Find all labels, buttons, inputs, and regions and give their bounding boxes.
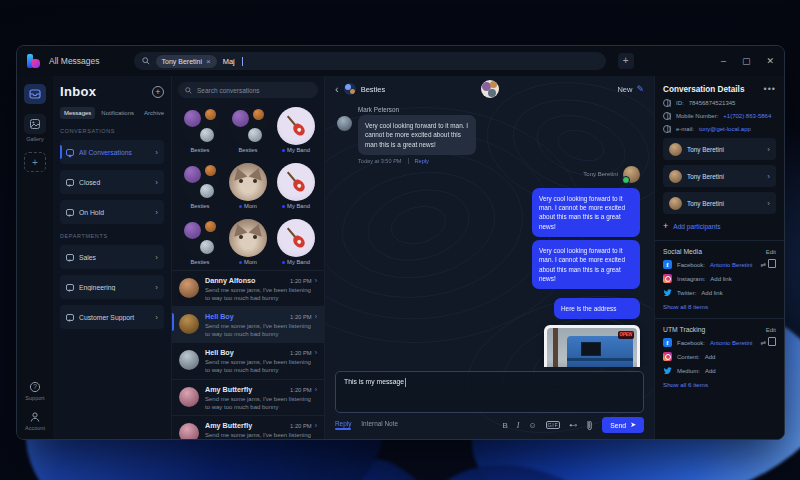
contact-card[interactable]: Tony Beretini ›: [663, 165, 776, 187]
new-message-button[interactable]: New ✎: [617, 84, 644, 94]
rail-support-item[interactable]: ? Support: [22, 381, 48, 401]
bold-icon[interactable]: B: [502, 421, 507, 430]
chevron-right-icon: ›: [155, 253, 158, 262]
utm-edit-button[interactable]: Edit: [766, 327, 776, 333]
message-list-item[interactable]: Amy Butterfly1:20 PM› Send me some jams,…: [172, 379, 324, 415]
chevron-right-icon: ›: [315, 313, 317, 320]
detail-field-id: ID: 78456874521345: [663, 99, 776, 107]
group-tile-besties[interactable]: Besties: [176, 104, 224, 156]
new-conversation-button[interactable]: +: [152, 86, 164, 98]
avatar: [669, 143, 682, 156]
message-list-item[interactable]: Danny Alfonso1:20 PM› Send me some jams,…: [172, 270, 324, 306]
utm-facebook-link[interactable]: Antonio Beretini: [710, 340, 752, 346]
chat-header: ‹ Besties New ✎: [325, 76, 654, 102]
sender-avatar: [337, 116, 352, 131]
help-icon: ?: [29, 381, 41, 393]
swap-icon[interactable]: ⇄: [761, 339, 766, 347]
contact-card[interactable]: Tony Beretini ›: [663, 192, 776, 214]
sidebar-item-closed[interactable]: Closed ›: [60, 170, 164, 194]
tab-messages[interactable]: Messages: [60, 107, 95, 119]
tab-internal-note[interactable]: Internal Note: [361, 420, 398, 430]
sidebar-item-all-conversations[interactable]: All Conversations ›: [60, 140, 164, 164]
instagram-add-link[interactable]: Add link: [710, 276, 731, 282]
app-logo-icon: [27, 54, 41, 68]
group-tile-besties[interactable]: Besties: [176, 216, 224, 268]
group-tile-mom[interactable]: Mom: [224, 160, 272, 212]
cat-avatar: [229, 219, 267, 257]
attachment-icon[interactable]: [586, 420, 593, 431]
copy-icon[interactable]: [770, 261, 776, 268]
titlebar: All Messages Tony Beretini × Maj + – ▢ ✕: [17, 46, 784, 76]
search-filter-chip[interactable]: Tony Beretini ×: [156, 55, 217, 68]
chip-remove-icon[interactable]: ×: [206, 57, 211, 66]
close-button[interactable]: ✕: [766, 57, 774, 66]
global-search-input[interactable]: Tony Beretini × Maj: [134, 52, 606, 70]
chevron-right-icon: ›: [155, 148, 158, 157]
rail-account-item[interactable]: Account: [22, 411, 48, 431]
chat-bubble-icon: [66, 254, 74, 261]
tab-notifications[interactable]: Notifications: [97, 107, 138, 119]
link-icon[interactable]: ⊷: [569, 421, 577, 430]
group-tile-besties[interactable]: Besties: [224, 104, 272, 156]
social-edit-button[interactable]: Edit: [766, 249, 776, 255]
send-button[interactable]: Send ➤: [602, 417, 644, 433]
utm-show-all-link[interactable]: Show all 6 items: [663, 380, 776, 390]
tab-archive[interactable]: Archive: [140, 107, 168, 119]
reply-link[interactable]: Reply: [408, 158, 429, 164]
group-tile-my-band[interactable]: My Band: [272, 104, 320, 156]
group-tile-mom[interactable]: Mom: [224, 216, 272, 268]
utm-medium-add[interactable]: Add: [705, 368, 716, 374]
avatar: [179, 423, 199, 439]
utm-content-add[interactable]: Add: [705, 354, 716, 360]
contact-card[interactable]: Tony Beretini ›: [663, 138, 776, 160]
phone-link[interactable]: +1(702) 863-5864: [723, 113, 771, 119]
cat-avatar: [229, 163, 267, 201]
open-sign: OPEN: [618, 331, 634, 339]
italic-icon[interactable]: I: [517, 421, 520, 430]
rail-gallery-item[interactable]: Gallery: [22, 114, 48, 142]
facebook-link[interactable]: Antonio Beretini: [710, 262, 752, 268]
incoming-bubble: Very cool looking forward to it man. I c…: [358, 115, 476, 155]
mail-icon: [663, 125, 671, 133]
group-tile-my-band[interactable]: My Band: [272, 160, 320, 212]
overflow-menu-icon[interactable]: •••: [764, 84, 776, 94]
sidebar-item-customer-support[interactable]: Customer Support ›: [60, 305, 164, 329]
user-icon: [29, 411, 41, 423]
composer-input[interactable]: This is my message: [335, 371, 644, 413]
maximize-button[interactable]: ▢: [742, 57, 751, 66]
sidebar-item-engineering[interactable]: Engineering ›: [60, 275, 164, 299]
copy-icon[interactable]: [770, 339, 776, 346]
sidebar-item-sales[interactable]: Sales ›: [60, 245, 164, 269]
swap-icon[interactable]: ⇄: [761, 261, 766, 269]
message-list-item[interactable]: Hell Boy1:20 PM› Send me some jams, I've…: [172, 342, 324, 378]
add-participants-button[interactable]: + Add participants: [663, 219, 776, 234]
rail-add-button[interactable]: +: [24, 152, 46, 172]
utm-tracking-title: UTM Tracking: [663, 326, 705, 333]
social-show-all-link[interactable]: Show all 8 items: [663, 302, 776, 312]
group-tile-my-band[interactable]: My Band: [272, 216, 320, 268]
back-icon[interactable]: ‹: [335, 84, 339, 95]
sidebar-item-on-hold[interactable]: On Hold ›: [60, 200, 164, 224]
group-tile-besties[interactable]: Besties: [176, 160, 224, 212]
message-list-item[interactable]: Amy Butterfly1:20 PM› Send me some jams,…: [172, 415, 324, 439]
group-avatar[interactable]: [481, 80, 499, 98]
minimize-button[interactable]: –: [721, 57, 726, 66]
message-list-item-selected[interactable]: Hell Boy1:20 PM› Send me some jams, I've…: [172, 306, 324, 342]
message-list: Danny Alfonso1:20 PM› Send me some jams,…: [172, 270, 324, 439]
emoji-icon[interactable]: ☺: [528, 421, 536, 430]
conversation-search-input[interactable]: Search conversations: [178, 82, 318, 98]
twitter-icon: [663, 288, 672, 297]
email-link[interactable]: tony@get-local.app: [699, 126, 751, 132]
avatar: [669, 197, 682, 210]
message-thread: Mark Peterson Very cool looking forward …: [325, 102, 654, 367]
gif-icon[interactable]: GIF: [546, 421, 561, 429]
new-search-button[interactable]: +: [618, 53, 634, 69]
tab-reply[interactable]: Reply: [335, 420, 351, 430]
details-title: Conversation Details: [663, 85, 744, 94]
departments-section-label: DEPARTMENTS: [60, 233, 164, 239]
inbox-tabs: Messages Notifications Archive: [60, 107, 164, 119]
twitter-add-link[interactable]: Add link: [701, 290, 722, 296]
inbox-panel: Inbox + Messages Notifications Archive C…: [53, 76, 171, 439]
image-attachment-card[interactable]: OPEN The Lexi Dish Tacos: [544, 325, 640, 367]
rail-inbox-item[interactable]: [22, 84, 48, 104]
